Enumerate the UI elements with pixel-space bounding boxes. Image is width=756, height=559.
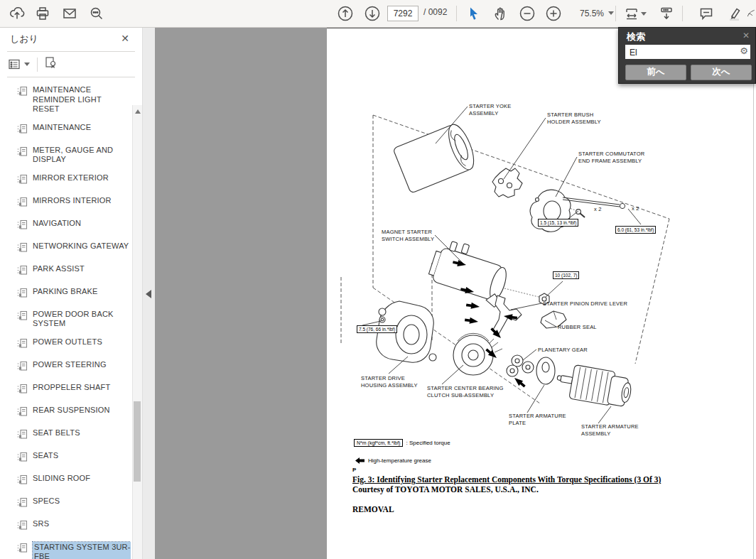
panel-splitter[interactable] — [142, 27, 155, 559]
bookmark-item-label: POWER DOOR BACK SYSTEM — [33, 310, 129, 329]
select-cursor-icon[interactable] — [462, 3, 485, 24]
bookmark-item[interactable]: MIRRORS INTERIOR — [17, 196, 131, 210]
brush-holder-part — [492, 168, 522, 197]
close-icon[interactable]: ✕ — [121, 33, 129, 44]
diagram-label-yoke: STARTER YOKEASSEMBLY — [469, 103, 512, 116]
bookmark-page-icon — [17, 124, 28, 137]
close-icon[interactable]: ✕ — [742, 31, 750, 40]
bookmark-page-icon — [17, 543, 28, 556]
bookmark-item[interactable]: SEAT BELTS — [17, 428, 131, 443]
bookmark-page-icon — [17, 452, 28, 465]
bookmark-page-icon — [17, 219, 28, 233]
scroll-up-icon[interactable] — [135, 109, 141, 114]
housing-bolt-part — [379, 317, 385, 322]
sidebar-scrollbar[interactable] — [132, 105, 142, 559]
page-scrolling-icon[interactable] — [655, 3, 678, 24]
zoom-level-dropdown[interactable]: 75.5% — [568, 6, 614, 21]
bookmarks-toolbar — [0, 52, 142, 77]
bookmark-page-icon — [17, 406, 28, 420]
collapse-panel-icon[interactable] — [146, 290, 151, 298]
fill-sign-icon[interactable] — [746, 3, 756, 24]
diagram-label-pinion-lever: STARTER PINION DRIVE LEVER — [543, 300, 627, 307]
bookmark-item[interactable]: PROPPELER SHAFT — [17, 383, 131, 397]
page-number-input[interactable]: 7292 — [387, 6, 418, 21]
bookmark-item-label: MIRROR EXTERIOR — [33, 173, 129, 183]
grease-legend-text: High-temperature grease — [368, 457, 431, 464]
diagram-label-planetary-gear: PLANETARY GEAR — [538, 347, 588, 353]
search-popup: 検索 ✕ ⚙ 前へ 次へ — [618, 27, 756, 84]
diagram-label-center-bearing-clutch: STARTER CENTER BEARINGCLUTCH SUB-ASSEMBL… — [427, 385, 503, 398]
bookmark-item[interactable]: SEATS — [17, 451, 131, 465]
bookmarks-panel: しおり ✕ — [0, 27, 142, 559]
comment-icon[interactable] — [695, 3, 718, 24]
email-icon[interactable] — [58, 3, 81, 24]
zoom-out-icon[interactable] — [516, 3, 539, 24]
bookmark-item[interactable]: SPECS — [17, 496, 131, 511]
bookmarks-header: しおり ✕ — [0, 27, 142, 51]
pdf-page: STARTER YOKEASSEMBLYSTARTER BRUSHHOLDER … — [327, 28, 754, 559]
zoom-in-icon[interactable] — [542, 3, 565, 24]
toolbar-separator — [456, 6, 457, 21]
courtesy-line: Courtesy of TOYOTA MOTOR SALES, U.S.A., … — [352, 485, 539, 494]
starter-exploded-diagram: STARTER YOKEASSEMBLYSTARTER BRUSHHOLDER … — [328, 28, 755, 455]
scrollbar-thumb[interactable] — [134, 401, 141, 482]
construction-line — [635, 219, 669, 364]
torque-box-terminal-nut: 10 (102, 7) — [553, 271, 579, 279]
bookmark-options-button[interactable] — [9, 59, 30, 70]
bookmark-item-label: REAR SUSPENSION — [33, 406, 129, 416]
toolbar-separator — [615, 6, 616, 21]
diagram-label-brush-holder: STARTER BRUSHHOLDER ASSEMBLY — [547, 112, 601, 125]
bookmark-item[interactable]: SLIDING ROOF — [17, 474, 131, 488]
bookmark-item-label: MAINTENANCE REMINDER LIGHT RESET — [33, 85, 129, 114]
expand-current-bookmark-button[interactable] — [45, 57, 57, 72]
torque-legend: N*m (kgf*cm, ft.*lbf) : Specified torque — [354, 439, 450, 447]
next-page-icon[interactable] — [361, 3, 384, 24]
share-cloud-icon[interactable] — [6, 3, 28, 24]
bookmark-item[interactable]: PARKING BRAKE — [17, 287, 131, 301]
yoke-part — [393, 121, 479, 194]
chevron-down-icon — [641, 12, 647, 16]
find-previous-button[interactable]: 前へ — [625, 65, 686, 80]
find-next-button[interactable]: 次へ — [691, 65, 752, 80]
bookmark-item[interactable]: POWER STEERING — [17, 360, 131, 374]
options-list-icon — [9, 59, 21, 70]
bookmark-page-icon — [17, 338, 28, 352]
bookmark-page-icon — [17, 474, 28, 488]
top-toolbar: 7292 / 0092 75.5% — [0, 0, 756, 28]
bookmark-item[interactable]: SRS — [17, 519, 131, 533]
bookmark-item[interactable]: MIRROR EXTERIOR — [17, 173, 131, 188]
highlight-icon[interactable] — [723, 3, 746, 24]
figure-caption: Fig. 3: Identifying Starter Replacement … — [352, 475, 750, 484]
diagram-label-armature-plate: STARTER ARMATUREPLATE — [509, 413, 566, 426]
bookmark-page-icon — [17, 242, 28, 256]
chevron-down-icon — [608, 11, 614, 15]
bookmark-item[interactable]: POWER OUTLETS — [17, 337, 131, 352]
armature-part — [554, 362, 634, 409]
divider — [37, 58, 38, 72]
diagram-label-qty-a: x 2 — [594, 206, 602, 212]
bookmark-page-icon — [17, 197, 28, 210]
print-icon[interactable] — [31, 3, 54, 24]
armature-plate-part — [536, 357, 555, 384]
bookmark-item[interactable]: MAINTENANCE REMINDER LIGHT RESET — [17, 85, 131, 114]
bookmark-item[interactable]: METER, GAUGE AND DISPLAY — [17, 146, 131, 165]
bookmark-item[interactable]: REAR SUSPENSION — [17, 406, 131, 420]
gear-icon[interactable]: ⚙ — [740, 45, 748, 56]
find-icon[interactable] — [85, 3, 108, 24]
bookmark-item[interactable]: PARK ASSIST — [17, 264, 131, 278]
center-bearing-clutch-part — [453, 333, 502, 375]
bookmark-item[interactable]: POWER DOOR BACK SYSTEM — [17, 310, 131, 329]
diagram-label-magnet-switch: MAGNET STARTERSWITCH ASSEMBLY — [382, 229, 434, 242]
previous-page-icon[interactable] — [334, 3, 357, 24]
bookmark-item[interactable]: NAVIGATION — [17, 219, 131, 233]
search-input[interactable] — [628, 45, 738, 60]
bookmark-item[interactable]: MAINTENANCE — [17, 123, 131, 137]
fit-width-dropdown[interactable] — [621, 3, 649, 24]
hand-pan-icon[interactable] — [489, 3, 512, 24]
bookmark-item[interactable]: NETWORKING GATEWAY — [17, 241, 131, 256]
bookmark-item-label: STARTING SYSTEM 3UR-FBE — [33, 542, 131, 559]
diagram-label-armature-assembly: STARTER ARMATUREASSEMBLY — [581, 423, 639, 437]
bookmark-item-label: PROPPELER SHAFT — [33, 383, 129, 393]
left-arrow-icon — [355, 457, 364, 464]
bookmark-item[interactable]: STARTING SYSTEM 3UR-FBE — [17, 542, 131, 559]
